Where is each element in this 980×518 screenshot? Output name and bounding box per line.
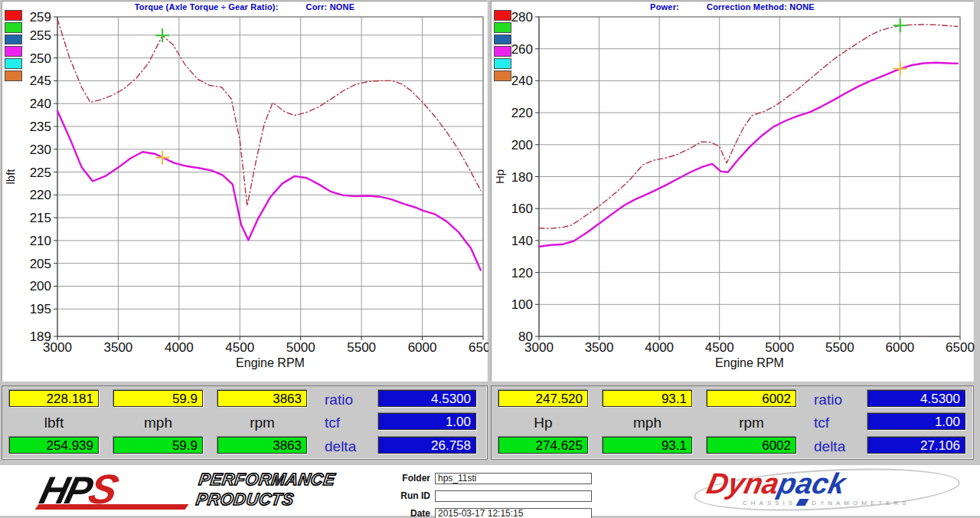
dynapack-logo-dyna: Dyna [704,467,782,500]
unit-label-mph: mph [113,415,203,431]
svg-text:6000: 6000 [408,340,437,355]
footer-bar: HPS PERFORMANCE PRODUCTS Folder Run ID D… [0,465,980,516]
svg-text:220: 220 [30,188,51,202]
svg-text:5000: 5000 [765,340,794,355]
delta-label: delta [814,438,845,455]
torque-cursor-rpm-box: 3863 [217,390,307,407]
dynapack-sub-dynamometers: DYNAMOMETERS [812,500,910,507]
svg-text:245: 245 [30,74,51,88]
hps-logo-tagline: PERFORMANCE PRODUCTS [194,470,336,510]
power-readout-panel: 247.520 93.1 6002 Hp mph rpm 274.625 93.… [491,385,974,460]
torque-delta-box: 26.758 [378,437,476,454]
folder-label: Folder [383,473,430,484]
svg-text:100: 100 [511,297,533,312]
date-field[interactable] [435,508,592,518]
svg-text:195: 195 [30,302,51,316]
svg-text:259: 259 [30,10,51,25]
folder-field[interactable] [435,473,592,484]
svg-text:5500: 5500 [347,340,376,355]
svg-text:4500: 4500 [225,340,254,355]
hps-tagline-line1: PERFORMANCE [198,470,336,490]
power-peak-mph-box: 93.1 [603,437,692,454]
dyno-report-window: { "titles": { "torque_title": "Torque (A… [0,0,980,518]
svg-text:215: 215 [30,211,51,225]
power-cursor-hp-box: 247.520 [498,390,588,407]
ratio-label: ratio [325,392,353,408]
dynapack-logo-subtext: CHASSISDYNAMOMETERS [743,499,910,507]
power-tcf-box: 1.00 [867,413,965,430]
dynapack-slash-icon [796,499,809,506]
svg-text:250: 250 [30,51,51,66]
power-plot-area[interactable]: 8010012014016018020022024026028030003500… [492,2,975,382]
date-label: Date [383,508,430,518]
power-peak-rpm-box: 6002 [707,437,796,454]
svg-text:3000: 3000 [43,340,72,355]
svg-text:3000: 3000 [524,340,554,355]
svg-text:280: 280 [511,10,533,25]
svg-text:200: 200 [511,138,533,152]
svg-text:5500: 5500 [825,340,854,355]
unit-label-mph: mph [603,415,692,431]
svg-text:220: 220 [511,106,533,120]
unit-label-hp: Hp [498,415,588,431]
svg-text:240: 240 [30,97,51,111]
svg-text:Engine RPM: Engine RPM [236,356,305,369]
torque-readout-panel: 228.181 59.9 3863 lbft mph rpm 254.939 5… [2,385,488,460]
svg-text:3500: 3500 [104,340,133,355]
svg-text:225: 225 [30,166,51,180]
svg-text:6000: 6000 [886,340,915,355]
svg-text:6500: 6500 [469,340,488,355]
svg-text:200: 200 [30,279,51,293]
svg-text:Engine RPM: Engine RPM [715,356,784,369]
power-chart-panel: Power:Correction Method: NONE 8010012014… [491,1,974,382]
dynapack-sub-chassis: CHASSIS [743,500,796,507]
svg-text:235: 235 [30,120,51,134]
torque-plot-area[interactable]: 1891952002052102152202252302352402452502… [2,2,488,382]
svg-text:3500: 3500 [585,340,614,355]
svg-text:lbft: lbft [4,169,17,185]
delta-label: delta [325,438,356,455]
torque-tcf-box: 1.00 [378,413,476,430]
unit-label-lbft: lbft [9,415,99,431]
svg-text:205: 205 [30,257,51,271]
svg-text:4000: 4000 [165,340,194,355]
svg-text:240: 240 [511,74,533,88]
svg-text:210: 210 [30,234,51,248]
power-delta-box: 27.106 [867,437,965,454]
unit-label-rpm: rpm [707,415,796,431]
svg-text:6500: 6500 [946,340,975,355]
dynapack-logo: Dynapack CHASSISDYNAMOMETERS [688,467,969,513]
torque-peak-mph-box: 59.9 [113,437,203,454]
hps-tagline-line2: PRODUCTS [194,490,333,510]
tcf-label: tcf [814,415,829,431]
torque-chart-panel: Torque (Axle Torque ÷ Gear Ratio):Corr: … [2,1,488,382]
power-ratio-box: 4.5300 [867,390,965,407]
hps-logo: HPS PERFORMANCE PRODUCTS [32,468,400,513]
svg-text:230: 230 [30,143,51,157]
svg-text:140: 140 [511,234,533,248]
svg-text:180: 180 [511,170,533,185]
svg-text:4000: 4000 [645,340,674,355]
torque-ratio-box: 4.5300 [378,390,476,407]
svg-text:255: 255 [30,28,51,43]
run-id-label: Run ID [383,490,430,501]
unit-label-rpm: rpm [217,415,307,431]
dynapack-logo-pack: pack [776,467,849,500]
torque-cursor-lbft-box: 228.181 [9,390,99,407]
svg-text:260: 260 [511,42,533,57]
power-cursor-rpm-box: 6002 [707,390,796,407]
svg-text:5000: 5000 [286,340,315,355]
ratio-label: ratio [814,392,842,408]
svg-text:160: 160 [511,202,533,216]
tcf-label: tcf [325,415,340,431]
torque-peak-rpm-box: 3863 [217,437,307,454]
power-cursor-mph-box: 93.1 [603,390,692,407]
svg-text:120: 120 [511,266,533,280]
torque-cursor-mph-box: 59.9 [113,390,203,407]
svg-text:Hp: Hp [493,169,506,184]
svg-text:4500: 4500 [705,340,734,355]
torque-peak-lbft-box: 254.939 [9,437,99,454]
run-id-field[interactable] [435,490,592,502]
power-peak-hp-box: 274.625 [498,437,588,454]
